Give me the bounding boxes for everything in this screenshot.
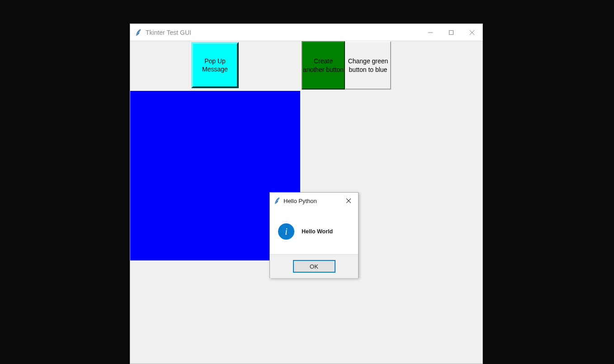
- dialog-message: Hello World: [302, 228, 333, 235]
- window-controls: [420, 24, 482, 41]
- tkinter-feather-icon: [135, 29, 142, 36]
- dialog-title: Hello Python: [283, 198, 339, 204]
- tkinter-feather-icon: [274, 197, 281, 204]
- info-icon-glyph: i: [285, 227, 288, 237]
- messagebox-dialog: Hello Python i Hello World OK: [269, 192, 359, 278]
- dialog-close-button[interactable]: [339, 193, 358, 209]
- dialog-ok-button-label: OK: [310, 263, 318, 270]
- dialog-body: i Hello World: [270, 209, 358, 254]
- dialog-titlebar[interactable]: Hello Python: [270, 193, 358, 209]
- info-icon: i: [278, 223, 294, 240]
- maximize-button[interactable]: [441, 24, 462, 41]
- close-button[interactable]: [462, 24, 482, 41]
- create-another-button-label: Create another button: [302, 57, 344, 73]
- change-green-to-blue-button[interactable]: Change green button to blue: [345, 41, 391, 90]
- create-another-button[interactable]: Create another button: [302, 41, 345, 90]
- change-green-to-blue-button-label: Change green button to blue: [346, 57, 390, 74]
- popup-message-button[interactable]: Pop Up Message: [191, 42, 239, 88]
- popup-message-button-label: Pop Up Message: [193, 57, 237, 73]
- minimize-button[interactable]: [420, 24, 441, 41]
- dialog-footer: OK: [270, 254, 358, 278]
- svg-rect-1: [449, 30, 453, 34]
- dialog-ok-button[interactable]: OK: [293, 260, 335, 273]
- window-title: Tkinter Test GUI: [146, 29, 420, 36]
- titlebar[interactable]: Tkinter Test GUI: [130, 24, 482, 41]
